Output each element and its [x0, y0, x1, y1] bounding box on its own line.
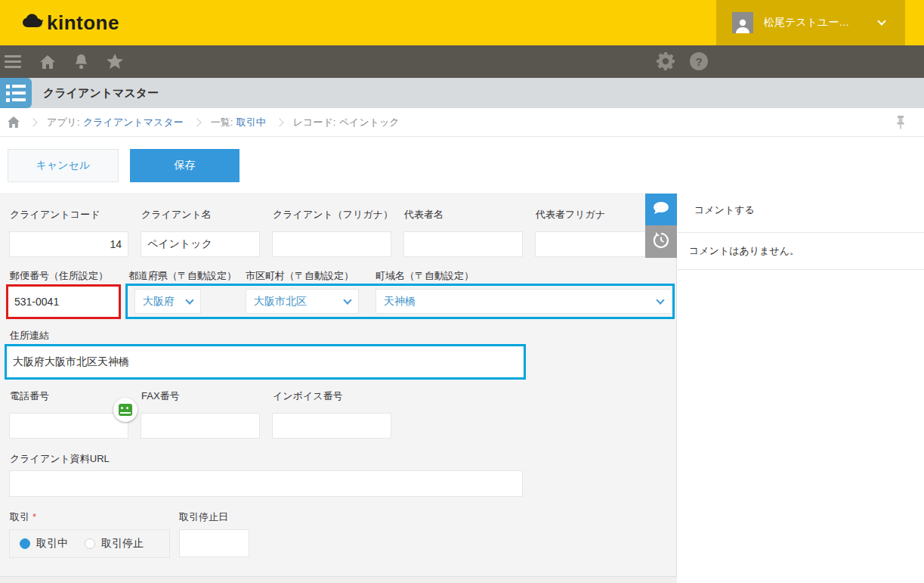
sidebar-divider — [678, 269, 924, 270]
comment-compose-link[interactable]: コメントする — [678, 193, 924, 232]
radio-unselected-icon — [85, 538, 95, 549]
form-bottom-strip — [0, 577, 677, 583]
breadcrumb-app-link[interactable]: クライアントマスター — [83, 116, 184, 129]
deal-stop-date-label: 取引停止日 — [179, 510, 228, 524]
history-button[interactable] — [645, 225, 677, 258]
deal-stop-date-input[interactable] — [179, 529, 249, 557]
breadcrumb-separator-icon — [29, 118, 37, 126]
field-rep-name: 代表者名 — [403, 208, 523, 257]
cancel-button[interactable]: キャンセル — [8, 149, 119, 182]
app-header-bar: クライアントマスター — [0, 78, 924, 108]
star-icon[interactable] — [107, 54, 123, 70]
url-label: クライアント資料URL — [10, 452, 110, 466]
address-input[interactable] — [7, 346, 524, 377]
logo-text: kintone — [47, 11, 119, 35]
global-nav-bar: ? — [0, 45, 924, 78]
rep-kana-input[interactable] — [535, 231, 654, 257]
cloud-icon — [21, 12, 44, 33]
tel-input[interactable] — [9, 413, 128, 439]
postal-label: 郵便番号（住所設定） — [10, 269, 108, 283]
client-code-input[interactable] — [9, 231, 128, 257]
comments-sidebar: コメントする コメントはありません。 — [678, 193, 924, 583]
url-input[interactable] — [9, 470, 523, 497]
breadcrumb: アプリ: クライアントマスター 一覧: 取引中 レコード: ペイントック — [0, 108, 924, 137]
client-code-label: クライアントコード — [10, 208, 128, 222]
chevron-down-icon — [656, 296, 664, 304]
radio-deal-active[interactable]: 取引中 — [20, 537, 68, 550]
pref-label: 都道府県（〒自動設定） — [128, 269, 236, 283]
deal-label: 取引* — [10, 510, 36, 524]
user-name: 松尾テストユー… — [764, 16, 870, 29]
pref-select[interactable]: 大阪府 — [134, 289, 201, 314]
app-icon[interactable] — [0, 78, 32, 108]
home-icon[interactable] — [39, 54, 56, 70]
record-form: クライアントコード クライアント名 クライアント（フリガナ） 代表者名 代表者フ… — [0, 193, 677, 577]
client-name-label: クライアント名 — [141, 208, 260, 222]
comment-toggle-button[interactable] — [645, 194, 677, 225]
robot-face-icon — [119, 404, 132, 416]
city-value: 大阪市北区 — [254, 295, 307, 309]
fax-input[interactable] — [141, 413, 260, 439]
field-client-name: クライアント名 — [141, 208, 260, 257]
breadcrumb-separator-icon — [275, 118, 283, 126]
rep-name-label: 代表者名 — [404, 208, 523, 222]
chevron-down-icon — [185, 296, 193, 304]
radio-deal-stopped[interactable]: 取引停止 — [85, 537, 144, 550]
radio-deal-stopped-label: 取引停止 — [101, 537, 144, 550]
required-asterisk: * — [32, 511, 36, 523]
client-kana-label: クライアント（フリガナ） — [273, 208, 391, 222]
chevron-down-icon — [877, 17, 885, 25]
user-avatar-icon — [732, 12, 753, 33]
tel-label: 電話番号 — [10, 389, 128, 403]
invoice-input[interactable] — [272, 413, 391, 439]
radio-deal-active-label: 取引中 — [36, 537, 68, 550]
gear-icon[interactable] — [657, 52, 675, 73]
kintone-logo[interactable]: kintone — [21, 11, 119, 35]
postal-highlight-box — [6, 284, 121, 319]
deal-radio-group: 取引中 取引停止 — [9, 529, 170, 558]
top-bar: kintone 松尾テストユー… — [0, 0, 924, 45]
field-invoice: インボイス番号 — [272, 389, 391, 439]
breadcrumb-list-prefix: 一覧: — [211, 116, 233, 129]
comments-empty-message: コメントはありません。 — [678, 233, 924, 269]
address-highlight-box: 大阪府 大阪市北区 天神橋 — [125, 284, 675, 319]
breadcrumb-list-link[interactable]: 取引中 — [236, 116, 266, 129]
town-value: 天神橋 — [384, 295, 416, 309]
field-tel: 電話番号 — [9, 389, 128, 439]
comment-bubble-icon — [653, 201, 669, 218]
rep-name-input[interactable] — [403, 231, 523, 257]
help-icon[interactable]: ? — [690, 52, 708, 70]
breadcrumb-record-name: ペイントック — [339, 116, 400, 129]
city-label: 市区町村（〒自動設定） — [246, 269, 354, 283]
app-title: クライアントマスター — [43, 86, 159, 101]
town-select[interactable]: 天神橋 — [375, 289, 671, 314]
chevron-down-icon — [343, 296, 351, 304]
history-clock-icon — [652, 231, 670, 253]
field-fax: FAX番号 — [141, 389, 260, 439]
bell-icon[interactable] — [74, 54, 88, 70]
field-rep-kana: 代表者フリガナ — [535, 208, 654, 257]
breadcrumb-app-prefix: アプリ: — [47, 116, 80, 129]
city-select[interactable]: 大阪市北区 — [246, 289, 359, 314]
client-kana-input[interactable] — [272, 231, 391, 257]
breadcrumb-record-prefix: レコード: — [293, 116, 336, 129]
invoice-label: インボイス番号 — [273, 389, 391, 403]
address-concat-highlight-box — [5, 344, 526, 380]
field-client-code: クライアントコード — [9, 208, 128, 257]
hamburger-menu-icon[interactable] — [5, 55, 21, 68]
pushpin-icon[interactable] — [897, 116, 904, 132]
postal-input[interactable] — [8, 287, 119, 317]
breadcrumb-separator-icon — [193, 118, 201, 126]
address-label: 住所連結 — [10, 329, 49, 343]
record-actions: キャンセル 保存 — [0, 137, 924, 193]
roboform-icon[interactable] — [113, 398, 138, 422]
user-menu[interactable]: 松尾テストユー… — [716, 0, 905, 45]
client-name-input[interactable] — [141, 231, 260, 257]
nav-left-icons — [5, 45, 123, 78]
town-label: 町域名（〒自動設定） — [375, 269, 474, 283]
radio-selected-icon — [20, 538, 30, 549]
field-client-kana: クライアント（フリガナ） — [272, 208, 391, 257]
pref-value: 大阪府 — [143, 295, 175, 309]
breadcrumb-home-icon[interactable] — [8, 116, 20, 128]
save-button[interactable]: 保存 — [130, 149, 239, 182]
